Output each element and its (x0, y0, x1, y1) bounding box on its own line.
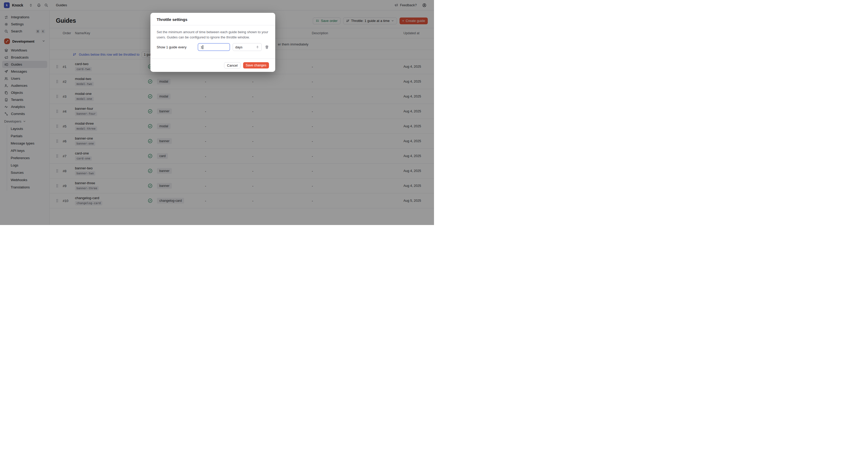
modal-title: Throttle settings (157, 17, 269, 22)
throttle-unit-select[interactable]: days (232, 43, 262, 51)
cancel-button[interactable]: Cancel (224, 62, 240, 68)
modal-description: Set the minimum amount of time between e… (157, 30, 269, 40)
throttle-amount-value: 1 (200, 45, 203, 49)
save-changes-button[interactable]: Save changes (243, 62, 269, 68)
throttle-form-label: Show 1 guide every (157, 45, 186, 49)
app-root: k Knock Guides Feedback? (0, 0, 434, 225)
chevron-up-down-icon (256, 46, 259, 49)
throttle-unit-value: days (235, 45, 242, 49)
text-caret (203, 45, 203, 49)
throttle-amount-input[interactable]: 1 (198, 43, 230, 51)
throttle-settings-modal: Throttle settings Set the minimum amount… (150, 13, 275, 72)
delete-throttle-trash-icon[interactable] (265, 45, 269, 49)
throttle-form-row: Show 1 guide every 1 days (157, 43, 269, 51)
